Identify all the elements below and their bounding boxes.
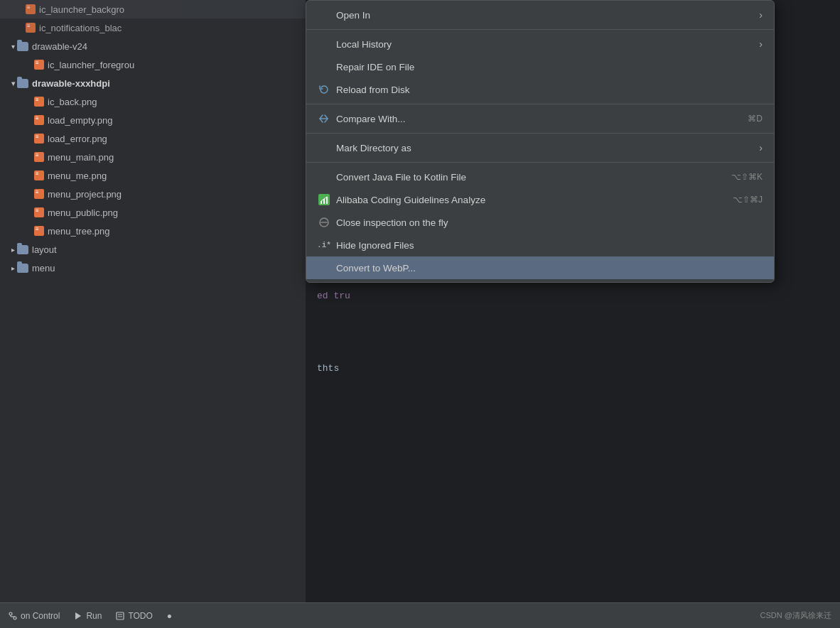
png-file-icon	[34, 152, 44, 162]
code-text: thts	[317, 363, 339, 374]
menu-item-hide-ignored[interactable]: .i* Hide Ignored Files	[306, 234, 774, 256]
file-label: menu_me.png	[48, 170, 107, 181]
file-tree: ic_launcher_backgro ic_notifications_bla…	[0, 0, 306, 628]
menu-item-label: Alibaba Coding Guidelines Analyze	[336, 195, 485, 205]
version-control-item[interactable]: on Control	[9, 611, 60, 621]
menu-item-convert-webp[interactable]: Convert to WebP...	[306, 256, 774, 279]
dot-i-icon: .i*	[318, 241, 330, 249]
menu-item-label: Local History	[336, 39, 392, 50]
menu-item-convert-kotlin[interactable]: Convert Java File to Kotlin File ⌥⇧⌘K	[306, 166, 774, 188]
folder-label: drawable-xxxhdpi	[32, 78, 110, 89]
png-file-icon	[34, 207, 44, 217]
menu-item-repair-ide[interactable]: Repair IDE on File	[306, 55, 774, 78]
context-menu: Open In › Local History › Repair IDE on …	[306, 0, 775, 283]
run-label: Run	[86, 611, 102, 621]
svg-rect-2	[321, 201, 322, 204]
todo-label: TODO	[128, 611, 152, 621]
file-label: ic_launcher_foregrou	[48, 60, 134, 70]
folder-item-layout[interactable]: ▸ layout	[0, 240, 306, 259]
menu-item-close-inspection[interactable]: Close inspection on the fly	[306, 211, 774, 234]
menu-item-compare-with[interactable]: Compare With... ⌘D	[306, 107, 774, 130]
folder-item-menu[interactable]: ▸ menu	[0, 259, 306, 277]
folder-label: layout	[32, 244, 57, 255]
list-item[interactable]: menu_me.png	[0, 166, 306, 185]
folder-label: menu	[32, 263, 55, 274]
png-file-icon	[34, 170, 44, 180]
png-file-icon	[34, 115, 44, 125]
list-item[interactable]: ic_notifications_blac	[0, 18, 306, 37]
menu-item-label: Mark Directory as	[336, 143, 411, 153]
list-item[interactable]: menu_public.png	[0, 203, 306, 222]
list-item[interactable]: load_empty.png	[0, 111, 306, 129]
folder-icon	[17, 79, 28, 88]
file-label: menu_project.png	[48, 189, 122, 200]
folder-icon	[17, 264, 28, 273]
shortcut-label: ⌥⇧⌘K	[731, 172, 763, 182]
reload-icon	[318, 85, 330, 94]
menu-item-label: Repair IDE on File	[336, 62, 414, 72]
todo-icon	[116, 612, 124, 620]
menu-item-label: Compare With...	[336, 114, 406, 124]
menu-item-local-history[interactable]: Local History ›	[306, 33, 774, 55]
list-item[interactable]: ic_back.png	[0, 92, 306, 111]
compare-icon	[318, 114, 330, 124]
file-label: menu_public.png	[48, 207, 118, 218]
png-file-icon	[26, 23, 36, 33]
menu-item-mark-directory[interactable]: Mark Directory as ›	[306, 136, 774, 159]
menu-item-reload-from-disk[interactable]: Reload from Disk	[306, 78, 774, 101]
version-control-label: on Control	[21, 611, 60, 621]
svg-rect-12	[117, 612, 124, 619]
png-file-icon	[34, 97, 44, 107]
folder-item-drawable-v24[interactable]: ▾ drawable-v24	[0, 37, 306, 55]
menu-separator	[306, 29, 774, 30]
svg-rect-4	[326, 197, 328, 204]
folder-icon	[17, 42, 28, 51]
folder-label: drawable-v24	[32, 41, 87, 52]
file-label: ic_notifications_blac	[39, 23, 122, 33]
menu-item-label: Reload from Disk	[336, 85, 410, 95]
code-text: ed tru	[317, 291, 350, 301]
menu-separator	[306, 104, 774, 104]
arrow-right-icon: ›	[759, 38, 763, 50]
menu-item-label: Convert to WebP...	[336, 263, 416, 274]
folder-item-drawable-xxxhdpi[interactable]: ▾ drawable-xxxhdpi	[0, 74, 306, 92]
arrow-right-icon: ›	[759, 142, 763, 153]
chevron-right-icon: ▸	[11, 264, 15, 272]
svg-marker-11	[75, 612, 81, 619]
png-file-icon	[26, 4, 36, 14]
file-label: ic_launcher_backgro	[39, 4, 124, 15]
info-icon: ●	[167, 611, 172, 621]
file-label: menu_tree.png	[48, 226, 109, 237]
png-file-icon	[34, 60, 44, 70]
png-file-icon	[34, 134, 44, 144]
close-inspection-icon	[318, 217, 330, 227]
list-item[interactable]: load_error.png	[0, 129, 306, 148]
run-icon	[74, 612, 82, 620]
menu-item-label: Open In	[336, 10, 370, 21]
menu-item-alibaba[interactable]: Alibaba Coding Guidelines Analyze ⌥⇧⌘J	[306, 188, 774, 211]
file-label: menu_main.png	[48, 152, 114, 163]
chevron-down-icon: ▾	[11, 80, 15, 87]
list-item[interactable]: ic_launcher_backgro	[0, 0, 306, 18]
branch-icon	[9, 612, 17, 620]
png-file-icon	[34, 189, 44, 199]
menu-item-label: Close inspection on the fly	[336, 217, 448, 228]
todo-item[interactable]: TODO	[116, 611, 152, 621]
shortcut-label: ⌘D	[748, 114, 763, 124]
menu-separator	[306, 162, 774, 163]
list-item[interactable]: menu_main.png	[0, 148, 306, 166]
file-label: ic_back.png	[48, 97, 97, 107]
menu-separator	[306, 133, 774, 134]
list-item[interactable]: menu_project.png	[0, 185, 306, 203]
menu-item-open-in[interactable]: Open In ›	[306, 4, 774, 26]
png-file-icon	[34, 226, 44, 236]
list-item[interactable]: menu_tree.png	[0, 222, 306, 240]
info-item[interactable]: ●	[167, 611, 172, 621]
bottom-bar: on Control Run TODO ●	[0, 602, 840, 628]
list-item[interactable]: ic_launcher_foregrou	[0, 55, 306, 74]
chevron-down-icon: ▾	[11, 43, 15, 50]
menu-item-label: Hide Ignored Files	[336, 240, 414, 251]
shortcut-label: ⌥⇧⌘J	[733, 195, 763, 205]
run-item[interactable]: Run	[74, 611, 102, 621]
folder-icon	[17, 245, 28, 254]
